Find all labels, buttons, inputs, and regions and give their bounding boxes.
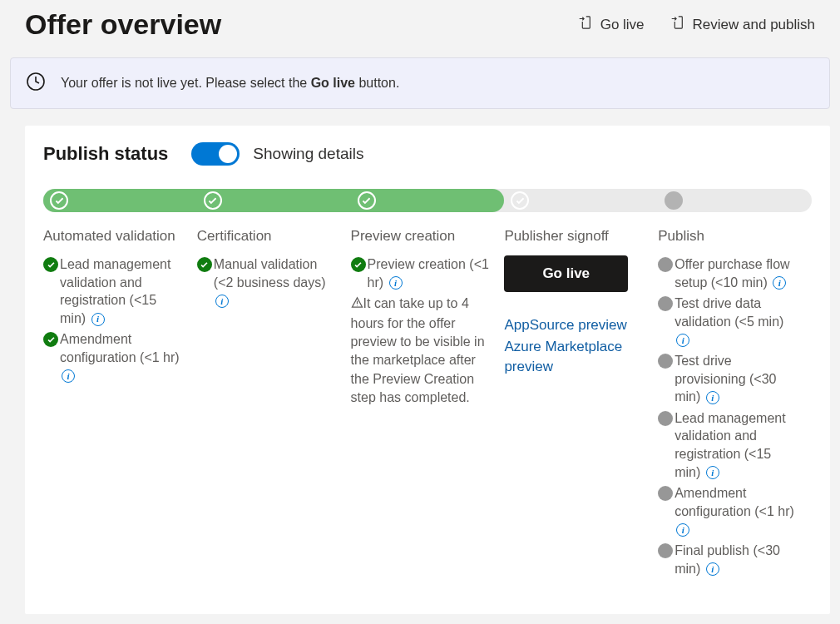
step-text: Amendment configuration (<1 hr): [674, 486, 794, 518]
stage-title-certification: Certification: [197, 227, 338, 245]
banner-text-after: button.: [355, 76, 399, 90]
stage-automated: Automated validation Lead management val…: [43, 227, 197, 581]
step-final-publish: Final publish (<30 min) i: [658, 542, 798, 577]
info-icon[interactable]: i: [676, 523, 689, 537]
step-test-drive-prov: Test drive provisioning (<30 min) i: [658, 352, 798, 406]
info-icon[interactable]: i: [706, 466, 719, 479]
review-publish-label: Review and publish: [693, 17, 815, 33]
appsource-preview-link[interactable]: AppSource preview: [504, 315, 645, 335]
info-icon[interactable]: i: [215, 295, 229, 308]
banner-bold: Go live: [311, 76, 355, 90]
step-text: Lead management validation and registrat…: [674, 411, 785, 479]
stage-signoff: Publisher signoff Go live AppSource prev…: [504, 227, 658, 581]
stage-title-automated: Automated validation: [43, 227, 184, 245]
toggle-thumb: [219, 145, 237, 163]
step-test-drive-data: Test drive data validation (<5 min) i: [658, 295, 798, 349]
stage-icons: [43, 191, 812, 210]
azure-marketplace-preview-link[interactable]: Azure Marketplace preview: [504, 337, 645, 377]
step-offer-purchase: Offer purchase flow setup (<10 min) i: [658, 255, 798, 291]
check-icon: [50, 191, 68, 210]
page-title: Offer overview: [25, 8, 577, 41]
details-toggle: Showing details: [191, 142, 363, 166]
step-text: Final publish (<30 min): [674, 543, 780, 576]
step-preview-creation: Preview creation (<1 hr) i: [351, 255, 492, 291]
review-publish-icon: [670, 15, 684, 34]
go-live-icon: [577, 15, 592, 34]
pending-dot-icon: [665, 191, 683, 210]
pending-dot-icon: [658, 411, 673, 426]
preview-warning-text: It can take up to 4 hours for the offer …: [351, 296, 485, 404]
step-text: Preview creation (<1 hr): [368, 257, 489, 290]
check-circle-icon: [197, 257, 212, 272]
go-live-action[interactable]: Go live: [577, 15, 645, 34]
step-text: Test drive provisioning (<30 min): [674, 354, 776, 404]
info-icon[interactable]: i: [706, 391, 719, 404]
stage-publish: Publish Offer purchase flow setup (<10 m…: [658, 227, 812, 581]
pending-dot-icon: [658, 543, 673, 558]
status-card: Publish status Showing details: [25, 126, 830, 614]
publish-status-heading: Publish status: [43, 143, 168, 165]
stage-icon-publish: [658, 191, 812, 210]
step-lead-mgmt: Lead management validation and registrat…: [43, 255, 184, 327]
stage-title-preview: Preview creation: [351, 227, 492, 245]
review-publish-action[interactable]: Review and publish: [670, 15, 815, 34]
check-circle-icon: [43, 257, 58, 272]
go-live-button[interactable]: Go live: [504, 255, 628, 292]
status-card-header: Publish status Showing details: [43, 142, 812, 166]
stage-certification: Certification Manual validation (<2 busi…: [197, 227, 351, 581]
toggle-track[interactable]: [191, 142, 240, 166]
info-icon[interactable]: i: [773, 276, 786, 290]
info-icon[interactable]: i: [62, 369, 75, 383]
check-icon: [358, 191, 376, 210]
toggle-label: Showing details: [253, 145, 363, 163]
info-banner: Your offer is not live yet. Please selec…: [10, 57, 830, 109]
stage-preview: Preview creation Preview creation (<1 hr…: [351, 227, 505, 581]
stage-icon-certification: [197, 191, 351, 210]
stage-icon-preview: [351, 191, 505, 210]
stage-title-signoff: Publisher signoff: [504, 227, 645, 245]
banner-text-before: Your offer is not live yet. Please selec…: [61, 76, 311, 90]
info-icon[interactable]: i: [389, 276, 403, 290]
step-manual-validation: Manual validation (<2 business days) i: [197, 255, 338, 310]
check-circle-icon: [43, 332, 58, 347]
stage-icon-signoff: [504, 191, 658, 210]
step-text: Manual validation (<2 business days): [214, 257, 326, 290]
stage-title-publish: Publish: [658, 227, 798, 245]
info-icon[interactable]: i: [91, 313, 105, 326]
pending-dot-icon: [658, 257, 673, 272]
stage-icon-automated: [43, 191, 197, 210]
page-header: Offer overview Go live Review and publis…: [0, 0, 840, 57]
progress-bar: [43, 189, 812, 212]
pending-dot-icon: [658, 296, 673, 311]
banner-text: Your offer is not live yet. Please selec…: [61, 76, 399, 91]
header-actions: Go live Review and publish: [577, 15, 815, 34]
step-text: Amendment configuration (<1 hr): [60, 332, 180, 364]
clock-icon: [26, 72, 46, 95]
info-icon[interactable]: i: [676, 334, 689, 347]
check-icon: [511, 191, 529, 210]
info-icon[interactable]: i: [706, 562, 719, 576]
step-amendment: Amendment configuration (<1 hr) i: [43, 330, 184, 384]
step-amendment-publish: Amendment configuration (<1 hr) i: [658, 484, 798, 538]
pending-dot-icon: [658, 354, 673, 369]
step-text: Lead management validation and registrat…: [60, 257, 170, 325]
check-icon: [204, 191, 222, 210]
preview-warning: It can take up to 4 hours for the offer …: [351, 295, 492, 407]
step-text: Test drive data validation (<5 min): [674, 296, 783, 329]
check-circle-icon: [351, 257, 366, 272]
warning-icon: [351, 295, 363, 314]
pending-dot-icon: [658, 486, 673, 501]
step-lead-mgmt-publish: Lead management validation and registrat…: [658, 409, 798, 481]
go-live-label: Go live: [600, 17, 645, 33]
stages-row: Automated validation Lead management val…: [43, 227, 812, 581]
